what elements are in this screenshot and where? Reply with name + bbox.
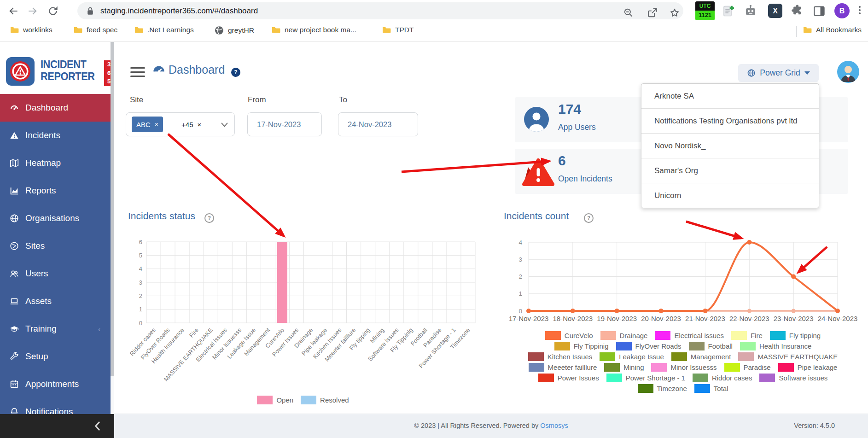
sidebar-item-appointments[interactable]: Appointments bbox=[0, 370, 111, 398]
legend-item[interactable]: Mining bbox=[604, 363, 644, 372]
sidebar-item-setup[interactable]: Setup bbox=[0, 343, 111, 370]
sidebar-item-reports[interactable]: Reports bbox=[0, 177, 111, 204]
org-option[interactable]: Novo Nordisk_ bbox=[641, 133, 819, 158]
menu-toggle-icon[interactable] bbox=[130, 67, 145, 80]
legend-item[interactable]: Power Issues bbox=[538, 374, 599, 382]
legend-item[interactable]: Software issues bbox=[759, 374, 827, 382]
open-incidents-icon bbox=[519, 157, 554, 187]
site-filter-label: Site bbox=[130, 95, 143, 105]
address-bar[interactable]: staging.incidentreporter365.com/#/dashbo… bbox=[77, 2, 683, 19]
site-chip-abc[interactable]: ABC × bbox=[132, 117, 163, 132]
bookmark-net-learnings[interactable]: .Net Learnings bbox=[134, 26, 194, 34]
page-help-icon[interactable]: ? bbox=[231, 68, 240, 77]
org-option[interactable]: Arknote SA bbox=[641, 84, 819, 108]
chip-remove-icon[interactable]: × bbox=[155, 121, 158, 128]
robot-extension-icon[interactable] bbox=[743, 4, 758, 18]
organisation-dropdown: Arknote SA Notifications Testing Organis… bbox=[641, 83, 819, 208]
laptop-icon bbox=[9, 296, 19, 306]
incidents-count-chart: 0123417-Nov-202318-Nov-202319-Nov-202320… bbox=[503, 231, 867, 325]
legend-item[interactable]: Timezone bbox=[638, 384, 687, 393]
lock-icon bbox=[87, 7, 94, 15]
forward-icon[interactable] bbox=[27, 5, 39, 17]
more-remove-icon[interactable]: × bbox=[197, 121, 201, 128]
open-incidents-count: 6 bbox=[558, 153, 566, 169]
legend-item[interactable]: Fire bbox=[731, 331, 763, 340]
extensions-puzzle-icon[interactable] bbox=[790, 4, 804, 18]
sidebar-item-assets[interactable]: Assets bbox=[0, 287, 111, 315]
legend-item[interactable]: Resolved bbox=[301, 396, 349, 404]
sidebar-item-users[interactable]: Users bbox=[0, 260, 111, 287]
reload-icon[interactable] bbox=[47, 5, 59, 17]
map-icon bbox=[9, 158, 19, 168]
legend-item[interactable]: Kitchen Issues bbox=[528, 352, 593, 361]
legend-item[interactable]: Fly Tippinig bbox=[554, 342, 609, 350]
bar-chart-help-icon[interactable]: ? bbox=[204, 213, 214, 223]
org-option[interactable]: Notifications Testing Organisations pvt … bbox=[641, 108, 819, 133]
legend-item[interactable]: Minor Issuesss bbox=[651, 363, 717, 372]
sidebar-scrollbar-thumb[interactable] bbox=[111, 42, 114, 376]
back-icon[interactable] bbox=[7, 5, 19, 17]
legend-item[interactable]: Fly tipping bbox=[770, 331, 821, 340]
legend-item[interactable]: Open bbox=[257, 396, 293, 404]
site-multiselect[interactable]: ABC × +45 × bbox=[126, 112, 235, 136]
legend-item[interactable]: Power Shortage - 1 bbox=[606, 374, 685, 382]
sidebar-item-heatmap[interactable]: Heatmap bbox=[0, 149, 111, 177]
legend-item[interactable]: Leakage Issue bbox=[600, 352, 664, 361]
sidebar-item-sites[interactable]: Sites bbox=[0, 232, 111, 260]
from-date-input[interactable]: 17-Nov-2023 bbox=[247, 112, 322, 136]
user-avatar[interactable] bbox=[837, 61, 859, 83]
to-date-input[interactable]: 24-Nov-2023 bbox=[338, 112, 418, 136]
sidebar-item-organisations[interactable]: Organisations bbox=[0, 204, 111, 232]
legend-item[interactable]: MASSIVE EARTHQUAKE bbox=[738, 352, 838, 361]
org-option[interactable]: Unicorn bbox=[641, 183, 819, 208]
utc-time-extension-icon[interactable]: UTC 1121 bbox=[695, 1, 715, 20]
legend-item[interactable]: Management bbox=[671, 352, 731, 361]
sidebar-item-training[interactable]: Training ‹ bbox=[0, 315, 111, 343]
legend-item[interactable]: Total bbox=[694, 384, 728, 393]
legend-item[interactable]: Football bbox=[689, 342, 733, 350]
legend-item[interactable]: Paradise bbox=[724, 363, 771, 372]
all-bookmarks[interactable]: All Bookmarks bbox=[803, 26, 862, 34]
sidebar-collapse-bar[interactable] bbox=[0, 414, 114, 438]
line-chart-help-icon[interactable]: ? bbox=[584, 213, 594, 223]
from-date-label: From bbox=[248, 95, 266, 105]
bookmark-worklinks[interactable]: worklinks bbox=[10, 26, 52, 34]
sidebar-item-dashboard[interactable]: Dashboard bbox=[0, 94, 111, 122]
bookmark-tpdt[interactable]: TPDT bbox=[382, 26, 414, 34]
osmosys-link[interactable]: Osmosys bbox=[540, 422, 568, 429]
x-extension-icon[interactable]: X bbox=[768, 4, 782, 18]
bookmark-greythr[interactable]: greytHR bbox=[215, 26, 254, 35]
browser-profile-avatar[interactable]: B bbox=[834, 3, 850, 18]
svg-text:3: 3 bbox=[139, 279, 142, 286]
site-more-count[interactable]: +45 × bbox=[181, 121, 201, 128]
globe-icon bbox=[9, 213, 19, 223]
legend-item[interactable]: Health Insurance bbox=[740, 342, 811, 350]
legend-item[interactable]: FlyOver Roads bbox=[616, 342, 682, 350]
wrench-icon bbox=[9, 351, 19, 362]
users-icon bbox=[9, 269, 19, 279]
legend-item[interactable]: Electrical issues bbox=[655, 331, 724, 340]
legend-item[interactable]: Drainage bbox=[600, 331, 648, 340]
bookmark-feed-spec[interactable]: feed spec bbox=[74, 26, 117, 34]
share-icon[interactable] bbox=[647, 7, 658, 19]
legend-item[interactable]: Riddor cases bbox=[693, 374, 752, 382]
bookmark-new-project[interactable]: new project book ma... bbox=[272, 26, 356, 34]
clipboard-plus-extension-icon[interactable] bbox=[721, 4, 736, 18]
org-option[interactable]: Samar's Org bbox=[641, 158, 819, 183]
graduation-cap-icon bbox=[9, 324, 19, 334]
to-date-label: To bbox=[339, 95, 347, 105]
svg-text:1: 1 bbox=[518, 290, 522, 297]
zoom-out-icon[interactable] bbox=[623, 7, 635, 19]
organisation-selector-button[interactable]: Power Grid bbox=[738, 64, 819, 82]
legend-item[interactable]: CureVelo bbox=[545, 331, 593, 340]
legend-item[interactable]: Meeeter failllure bbox=[529, 363, 597, 372]
bookmark-star-icon[interactable] bbox=[669, 7, 681, 19]
sidebar-item-notifications[interactable]: Notifications bbox=[0, 398, 111, 414]
globe-icon bbox=[747, 69, 756, 77]
browser-menu-icon[interactable] bbox=[858, 5, 861, 16]
legend-item[interactable]: Pipe leakage bbox=[778, 363, 838, 372]
side-panel-icon[interactable] bbox=[812, 4, 826, 18]
version-text: Version: 4.5.0 bbox=[794, 422, 835, 429]
sidebar-item-incidents[interactable]: Incidents bbox=[0, 122, 111, 149]
legend-swatch bbox=[616, 342, 632, 350]
